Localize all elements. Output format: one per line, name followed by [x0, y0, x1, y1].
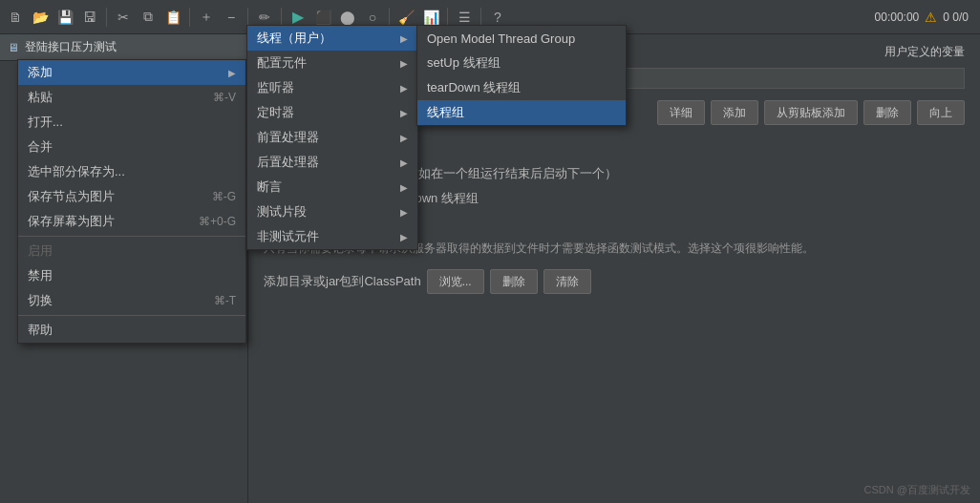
toolbar-time-value: 00:00:00 [875, 10, 920, 24]
ctx-setup[interactable]: setUp 线程组 [417, 51, 626, 75]
context-menu-3: Open Model Thread Group setUp 线程组 tearDo… [416, 25, 627, 126]
detail-button[interactable]: 详细 [657, 100, 705, 125]
toolbar-save2[interactable]: 🖫 [78, 6, 101, 29]
tree-header-title: 登陆接口压力测试 [25, 39, 117, 55]
up-button[interactable]: 向上 [917, 100, 965, 125]
ctx-nontest-arrow: ▶ [400, 232, 408, 242]
watermark: CSDN @百度测试开发 [864, 483, 970, 497]
context-menu-2: 线程（用户） ▶ 配置元件 ▶ 监听器 ▶ 定时器 ▶ 前置处理器 ▶ 后置处理… [246, 25, 418, 250]
ctx-config-arrow: ▶ [400, 58, 408, 69]
ctx-thread-user[interactable]: 线程（用户） ▶ [247, 26, 417, 51]
ctx-save-screen-img[interactable]: 保存屏幕为图片 ⌘+0-G [18, 209, 245, 234]
sep5 [389, 8, 390, 27]
toolbar-time: 00:00:00 ⚠ 0 0/0 [875, 10, 976, 25]
toolbar-save[interactable]: 💾 [53, 6, 76, 29]
delete-button[interactable]: 删除 [863, 100, 911, 125]
add-from-clipboard-button[interactable]: 从剪贴板添加 [764, 100, 858, 125]
browse-button[interactable]: 浏览... [427, 269, 484, 294]
toolbar-new[interactable]: 🗎 [4, 6, 27, 29]
ctx-save-part[interactable]: 选中部分保存为... [18, 159, 245, 184]
ctx-open[interactable]: 打开... [18, 110, 245, 135]
ctx-non-test[interactable]: 非测试元件 ▶ [247, 224, 417, 249]
ctx-timer-arrow: ▶ [400, 108, 408, 118]
ctx-post-arrow: ▶ [400, 157, 408, 168]
toolbar-add[interactable]: ＋ [195, 6, 218, 29]
sep7 [480, 8, 481, 27]
ctx-thread-group[interactable]: 线程组 [417, 100, 626, 125]
tree-header: 🖥 登陆接口压力测试 [0, 34, 247, 61]
tree-header-icon: 🖥 [8, 41, 19, 54]
sep4 [281, 8, 282, 27]
classpath-row: 添加目录或jar包到ClassPath 浏览... 删除 清除 [264, 269, 965, 294]
ctx-teardown[interactable]: tearDown 线程组 [417, 75, 626, 100]
toolbar-paste[interactable]: 📋 [161, 6, 184, 29]
ctx-enable[interactable]: 启用 [18, 239, 245, 263]
ctx-toggle[interactable]: 切换 ⌘-T [18, 288, 245, 313]
ctx-post-processor[interactable]: 后置处理器 ▶ [247, 150, 417, 175]
warn-icon: ⚠ [925, 10, 937, 25]
ctx-timer[interactable]: 定时器 ▶ [247, 100, 417, 125]
sep6 [447, 8, 448, 27]
ctx-thread-user-arrow: ▶ [400, 33, 408, 44]
toolbar-cut[interactable]: ✂ [112, 6, 135, 29]
ctx-sep1 [18, 236, 245, 237]
ctx-config[interactable]: 配置元件 ▶ [247, 51, 417, 75]
ctx-assertion-arrow: ▶ [400, 182, 408, 193]
ctx-test-fragment[interactable]: 测试片段 ▶ [247, 199, 417, 224]
toolbar-open[interactable]: 📂 [29, 6, 52, 29]
classpath-label: 添加目录或jar包到ClassPath [264, 273, 421, 290]
ctx-assertion[interactable]: 断言 ▶ [247, 175, 417, 199]
ctx-sep2 [18, 315, 245, 316]
classpath-clear-button[interactable]: 清除 [543, 269, 591, 294]
ctx-save-node-img[interactable]: 保存节点为图片 ⌘-G [18, 184, 245, 209]
ctx-add-arrow: ▶ [228, 68, 236, 78]
ctx-listener-arrow: ▶ [400, 83, 408, 94]
classpath-delete-button[interactable]: 删除 [490, 269, 538, 294]
ctx-open-model[interactable]: Open Model Thread Group [417, 26, 626, 51]
toolbar-warn-count: 0 0/0 [943, 10, 969, 24]
main-area: 🖥 登陆接口压力测试 添加 ▶ 粘贴 ⌘-V 打开... 合并 选中部分保存为.… [0, 34, 980, 503]
left-panel: 🖥 登陆接口压力测试 添加 ▶ 粘贴 ⌘-V 打开... 合并 选中部分保存为.… [0, 34, 248, 503]
add-button[interactable]: 添加 [711, 100, 758, 125]
toolbar-copy[interactable]: ⧉ [137, 6, 160, 29]
ctx-disable[interactable]: 禁用 [18, 263, 245, 288]
sep3 [247, 8, 248, 27]
ctx-pre-processor[interactable]: 前置处理器 ▶ [247, 125, 417, 150]
ctx-paste[interactable]: 粘贴 ⌘-V [18, 85, 245, 110]
ctx-frag-arrow: ▶ [400, 207, 408, 218]
ctx-merge[interactable]: 合并 [18, 135, 245, 159]
sep2 [189, 8, 190, 27]
ctx-listener[interactable]: 监听器 ▶ [247, 75, 417, 100]
ctx-help[interactable]: 帮助 [18, 318, 245, 343]
sep1 [106, 8, 107, 27]
context-menu-1: 添加 ▶ 粘贴 ⌘-V 打开... 合并 选中部分保存为... 保存节点为图片 … [17, 59, 246, 344]
toolbar-remove[interactable]: − [220, 6, 243, 29]
ctx-add[interactable]: 添加 ▶ [18, 60, 245, 85]
ctx-pre-arrow: ▶ [400, 133, 408, 143]
